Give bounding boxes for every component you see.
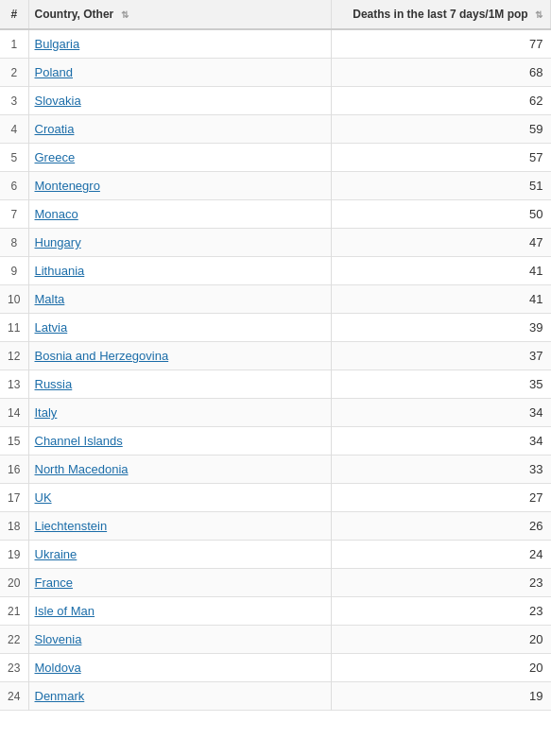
country-cell: Monaco [28, 200, 331, 229]
deaths-cell: 34 [331, 399, 551, 427]
country-cell: Poland [28, 59, 331, 87]
rank-cell: 3 [0, 87, 28, 115]
rank-cell: 7 [0, 200, 28, 229]
deaths-cell: 33 [331, 455, 551, 484]
country-sort-icon[interactable]: ⇅ [121, 9, 129, 20]
deaths-cell: 59 [331, 115, 551, 144]
rank-cell: 8 [0, 229, 28, 257]
table-row: 16North Macedonia33 [0, 455, 551, 484]
rank-cell: 14 [0, 399, 28, 427]
rank-cell: 10 [0, 285, 28, 314]
country-link[interactable]: Russia [35, 377, 73, 391]
table-row: 22Slovenia20 [0, 626, 551, 654]
rank-cell: 12 [0, 342, 28, 370]
table-row: 5Greece57 [0, 144, 551, 172]
rank-cell: 17 [0, 484, 28, 512]
country-link[interactable]: Monaco [35, 207, 78, 221]
country-column-header[interactable]: Country, Other ⇅ [28, 0, 331, 29]
rank-cell: 18 [0, 512, 28, 541]
table-row: 21Isle of Man23 [0, 597, 551, 626]
country-cell: Russia [28, 370, 331, 399]
country-cell: Montenegro [28, 172, 331, 200]
table-row: 2Poland68 [0, 59, 551, 87]
deaths-cell: 26 [331, 512, 551, 541]
table-row: 10Malta41 [0, 285, 551, 314]
country-link[interactable]: Slovakia [35, 94, 81, 108]
table-row: 9Lithuania41 [0, 257, 551, 285]
country-link[interactable]: Liechtenstein [35, 519, 108, 533]
rank-cell: 6 [0, 172, 28, 200]
deaths-sort-icon[interactable]: ⇅ [535, 9, 542, 20]
country-link[interactable]: Denmark [35, 689, 85, 703]
country-link[interactable]: Latvia [35, 320, 68, 335]
deaths-cell: 68 [331, 59, 551, 87]
table-row: 11Latvia39 [0, 314, 551, 342]
deaths-cell: 41 [331, 257, 551, 285]
rank-cell: 11 [0, 314, 28, 342]
country-cell: Bosnia and Herzegovina [28, 342, 331, 370]
country-link[interactable]: Lithuania [35, 264, 85, 278]
country-link[interactable]: France [35, 576, 73, 590]
country-link[interactable]: Bosnia and Herzegovina [35, 349, 169, 363]
country-cell: Slovenia [28, 626, 331, 654]
table-row: 23Moldova20 [0, 654, 551, 682]
country-link[interactable]: Slovenia [35, 632, 82, 646]
table-row: 4Croatia59 [0, 115, 551, 144]
country-link[interactable]: Poland [35, 65, 73, 79]
rank-cell: 21 [0, 597, 28, 626]
country-link[interactable]: Montenegro [35, 179, 100, 193]
country-link[interactable]: Italy [35, 405, 58, 420]
table-row: 15Channel Islands34 [0, 427, 551, 455]
deaths-cell: 77 [331, 29, 551, 59]
country-cell: Lithuania [28, 257, 331, 285]
table-row: 24Denmark19 [0, 682, 551, 711]
table-row: 3Slovakia62 [0, 87, 551, 115]
rank-cell: 2 [0, 59, 28, 87]
country-cell: Isle of Man [28, 597, 331, 626]
table-row: 6Montenegro51 [0, 172, 551, 200]
deaths-cell: 37 [331, 342, 551, 370]
deaths-cell: 23 [331, 597, 551, 626]
country-link[interactable]: Bulgaria [35, 37, 80, 51]
table-row: 12Bosnia and Herzegovina37 [0, 342, 551, 370]
deaths-cell: 23 [331, 569, 551, 597]
country-link[interactable]: Croatia [35, 122, 75, 136]
rank-cell: 13 [0, 370, 28, 399]
country-link[interactable]: UK [35, 490, 52, 505]
deaths-cell: 27 [331, 484, 551, 512]
table-row: 17UK27 [0, 484, 551, 512]
country-cell: Liechtenstein [28, 512, 331, 541]
table-row: 13Russia35 [0, 370, 551, 399]
country-link[interactable]: Channel Islands [35, 434, 123, 448]
country-link[interactable]: Ukraine [35, 547, 77, 561]
deaths-cell: 47 [331, 229, 551, 257]
deaths-cell: 62 [331, 87, 551, 115]
table-row: 18Liechtenstein26 [0, 512, 551, 541]
table-row: 19Ukraine24 [0, 541, 551, 569]
table-body: 1Bulgaria772Poland683Slovakia624Croatia5… [0, 29, 551, 711]
country-cell: UK [28, 484, 331, 512]
country-cell: Greece [28, 144, 331, 172]
country-cell: Italy [28, 399, 331, 427]
country-cell: France [28, 569, 331, 597]
country-link[interactable]: Hungary [35, 235, 81, 249]
country-link[interactable]: Moldova [35, 661, 81, 675]
country-cell: Croatia [28, 115, 331, 144]
country-cell: Denmark [28, 682, 331, 711]
rank-cell: 23 [0, 654, 28, 682]
deaths-cell: 20 [331, 626, 551, 654]
rank-cell: 15 [0, 427, 28, 455]
table-row: 7Monaco50 [0, 200, 551, 229]
country-link[interactable]: Malta [35, 292, 65, 306]
deaths-column-header[interactable]: Deaths in the last 7 days/1M pop ⇅ [331, 0, 551, 29]
country-link[interactable]: North Macedonia [35, 462, 129, 476]
country-cell: Hungary [28, 229, 331, 257]
table-row: 14Italy34 [0, 399, 551, 427]
deaths-cell: 39 [331, 314, 551, 342]
table-row: 1Bulgaria77 [0, 29, 551, 59]
country-link[interactable]: Greece [35, 150, 76, 164]
table-header: # Country, Other ⇅ Deaths in the last 7 … [0, 0, 551, 29]
country-cell: Malta [28, 285, 331, 314]
country-link[interactable]: Isle of Man [35, 604, 95, 618]
deaths-cell: 34 [331, 427, 551, 455]
